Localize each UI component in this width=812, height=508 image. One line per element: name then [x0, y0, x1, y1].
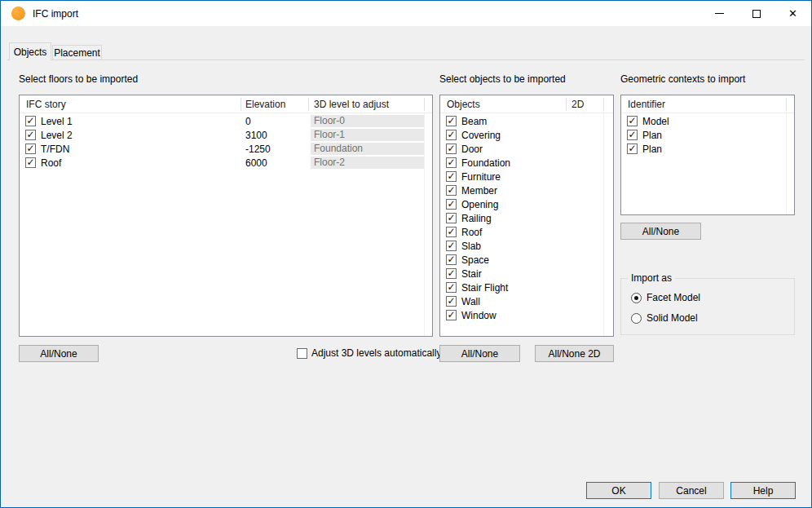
object-row[interactable]: Space	[440, 253, 613, 267]
column-header-elevation[interactable]: Elevation	[245, 99, 285, 110]
object-row[interactable]: Roof	[440, 225, 613, 239]
facet-model-radio-row[interactable]: Facet Model	[631, 292, 700, 303]
object-checkbox[interactable]	[446, 268, 457, 279]
floor-checkbox[interactable]	[25, 116, 36, 126]
column-separator	[241, 98, 241, 111]
facet-model-label: Facet Model	[647, 292, 700, 303]
minimize-icon	[715, 13, 724, 14]
object-checkbox[interactable]	[446, 199, 457, 210]
object-checkbox[interactable]	[446, 171, 457, 182]
object-checkbox[interactable]	[446, 254, 457, 265]
floor-row[interactable]: T/FDN -1250 Foundation	[20, 142, 432, 156]
object-row[interactable]: Opening	[440, 197, 613, 211]
floor-row[interactable]: Level 1 0 Floor-0	[20, 114, 432, 128]
object-checkbox[interactable]	[446, 116, 457, 126]
object-label: Slab	[461, 241, 481, 252]
adjust-3d-levels-checkbox-row[interactable]: Adjust 3D levels automatically	[297, 347, 441, 359]
floors-table: IFC story Elevation 3D level to adjust L…	[19, 95, 433, 337]
contexts-rows: Model Plan Plan	[621, 114, 794, 156]
adjust-3d-levels-checkbox[interactable]	[297, 348, 307, 359]
floors-all-none-button[interactable]: All/None	[19, 345, 99, 362]
object-row[interactable]: Member	[440, 183, 613, 197]
floor-3d-level-cell[interactable]: Foundation	[311, 143, 424, 155]
floor-checkbox[interactable]	[25, 144, 36, 154]
context-checkbox[interactable]	[627, 144, 638, 154]
object-checkbox[interactable]	[446, 185, 457, 196]
objects-table: Objects 2D Beam Covering Door	[439, 95, 614, 337]
object-row[interactable]: Beam	[440, 114, 613, 128]
context-row[interactable]: Model	[621, 114, 794, 128]
objects-all-none-button[interactable]: All/None	[439, 345, 520, 362]
object-row[interactable]: Railing	[440, 211, 613, 225]
floor-row[interactable]: Level 2 3100 Floor-1	[20, 128, 432, 142]
titlebar: IFC import ✕	[1, 1, 811, 26]
object-row[interactable]: Window	[440, 308, 613, 322]
import-as-group-label: Import as	[628, 272, 675, 284]
column-separator	[424, 98, 425, 111]
cancel-button[interactable]: Cancel	[659, 482, 724, 499]
context-row[interactable]: Plan	[621, 142, 794, 156]
object-label: Opening	[461, 199, 498, 210]
floors-section-label: Select floors to be imported	[19, 73, 138, 85]
context-label: Plan	[642, 144, 662, 155]
object-row[interactable]: Foundation	[440, 156, 613, 170]
floor-row[interactable]: Roof 6000 Floor-2	[20, 156, 432, 170]
column-header-2d[interactable]: 2D	[571, 99, 584, 110]
column-header-objects[interactable]: Objects	[447, 99, 480, 110]
object-checkbox[interactable]	[446, 130, 457, 140]
context-checkbox[interactable]	[627, 130, 638, 140]
solid-model-radio-row[interactable]: Solid Model	[631, 312, 698, 324]
context-checkbox[interactable]	[627, 116, 638, 126]
object-label: Beam	[461, 116, 487, 127]
column-separator	[603, 98, 604, 111]
tab-objects[interactable]: Objects	[9, 42, 51, 60]
app-icon	[11, 7, 25, 20]
context-label: Plan	[642, 130, 662, 141]
column-header-3d-level[interactable]: 3D level to adjust	[314, 99, 389, 110]
object-row[interactable]: Door	[440, 142, 613, 156]
objects-all-none-2d-button[interactable]: All/None 2D	[535, 345, 614, 362]
close-button[interactable]: ✕	[774, 1, 811, 26]
floor-3d-level-cell[interactable]: Floor-2	[311, 157, 424, 169]
floor-3d-level-cell[interactable]: Floor-1	[311, 129, 424, 141]
close-icon: ✕	[788, 8, 797, 19]
object-checkbox[interactable]	[446, 213, 457, 223]
floor-checkbox[interactable]	[25, 157, 36, 168]
column-header-ifc-story[interactable]: IFC story	[26, 99, 66, 110]
ifc-import-dialog: IFC import ✕ Objects Placement Select fl…	[0, 0, 812, 508]
maximize-icon	[752, 10, 761, 18]
object-checkbox[interactable]	[446, 310, 457, 320]
ok-button[interactable]: OK	[586, 482, 651, 499]
minimize-button[interactable]	[701, 1, 738, 26]
column-header-identifier[interactable]: Identifier	[628, 99, 665, 110]
object-row[interactable]: Stair	[440, 267, 613, 281]
help-button[interactable]: Help	[730, 482, 796, 499]
object-checkbox[interactable]	[446, 157, 457, 168]
object-checkbox[interactable]	[446, 241, 457, 251]
object-checkbox[interactable]	[446, 282, 457, 293]
object-checkbox[interactable]	[446, 227, 457, 237]
object-label: Covering	[461, 130, 501, 141]
object-row[interactable]: Slab	[440, 239, 613, 253]
object-row[interactable]: Stair Flight	[440, 281, 613, 294]
object-row[interactable]: Furniture	[440, 170, 613, 183]
object-checkbox[interactable]	[446, 296, 457, 307]
maximize-button[interactable]	[738, 1, 774, 26]
floor-checkbox[interactable]	[25, 130, 36, 140]
object-label: Stair	[461, 268, 482, 280]
contexts-section-label: Geometric contexts to import	[620, 73, 745, 85]
context-row[interactable]: Plan	[621, 128, 794, 142]
window-title: IFC import	[33, 8, 78, 20]
facet-model-radio[interactable]	[631, 293, 642, 303]
column-separator	[308, 98, 309, 111]
object-row[interactable]: Covering	[440, 128, 613, 142]
floors-table-header: IFC story Elevation 3D level to adjust	[20, 95, 432, 113]
contexts-all-none-button[interactable]: All/None	[620, 223, 701, 240]
tab-placement[interactable]: Placement	[52, 45, 102, 60]
floors-rows: Level 1 0 Floor-0 Level 2 3100 Floor-1 T…	[20, 114, 432, 170]
object-checkbox[interactable]	[446, 144, 457, 154]
floor-3d-level-cell[interactable]: Floor-0	[311, 115, 424, 127]
solid-model-radio[interactable]	[631, 313, 642, 324]
object-row[interactable]: Wall	[440, 294, 613, 308]
column-separator	[566, 98, 567, 111]
